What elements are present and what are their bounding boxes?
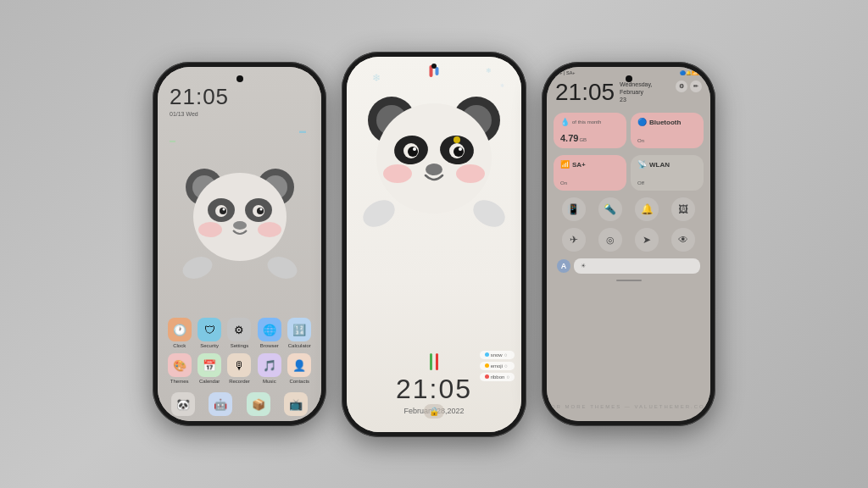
security-label: Security bbox=[200, 343, 219, 348]
svg-point-28 bbox=[453, 147, 464, 157]
app-security[interactable]: 🛡 Security bbox=[195, 318, 224, 348]
center-tags: snow ○ emoji ○ ribbon ○ bbox=[480, 351, 515, 381]
camera-left bbox=[236, 75, 243, 82]
snow-dot bbox=[485, 352, 489, 357]
tile-bt-label: Bluetooth bbox=[649, 119, 681, 126]
app-recorder[interactable]: 🎙 Recorder bbox=[225, 353, 253, 384]
svg-point-33 bbox=[456, 164, 485, 183]
left-status-icons: ▪▪▪▪ bbox=[309, 70, 314, 75]
tile-bt-status: On bbox=[637, 138, 697, 143]
panda-svg-center bbox=[362, 74, 506, 243]
tile-wlan-status: Off bbox=[637, 180, 697, 186]
tile-sa-label: SA+ bbox=[572, 161, 586, 169]
bell-btn[interactable]: 🔔 bbox=[635, 197, 659, 221]
tile-data-header: 💧 of this month bbox=[560, 118, 620, 126]
panda-svg-left bbox=[181, 149, 299, 285]
svg-point-22 bbox=[376, 103, 492, 214]
svg-point-13 bbox=[233, 221, 247, 230]
right-carrier: SA+ | SA+ bbox=[554, 70, 576, 75]
tile-data[interactable]: 💧 of this month 4.79 GB bbox=[554, 113, 626, 148]
tag-emoji-toggle: ○ bbox=[504, 363, 508, 369]
text-input-field[interactable]: ☀ bbox=[574, 258, 700, 274]
dock-icon-4[interactable]: 📺 bbox=[284, 392, 308, 416]
calendar-label: Calendar bbox=[199, 379, 220, 384]
emoji-dot bbox=[485, 363, 489, 368]
lock-button[interactable]: 🔒 bbox=[424, 404, 444, 419]
dock-icon-3[interactable]: 📦 bbox=[247, 392, 270, 416]
clock-label: Clock bbox=[173, 343, 186, 348]
svg-point-17 bbox=[264, 252, 298, 282]
center-screen: ❄ ❄ ❄ bbox=[347, 57, 521, 432]
tile-sa-header: 📶 SA+ bbox=[560, 160, 620, 169]
camera-right bbox=[626, 75, 632, 82]
vibrate-btn[interactable]: 📳 bbox=[562, 197, 586, 221]
svg-point-12 bbox=[259, 208, 262, 210]
svg-point-15 bbox=[258, 222, 281, 237]
left-screen: ▪▪▪▪ 21:05 01/13 Wed ▬ ▬ bbox=[158, 67, 321, 421]
settings-small-icon[interactable]: ⚙ bbox=[676, 80, 687, 92]
svg-point-11 bbox=[222, 208, 225, 210]
svg-point-35 bbox=[469, 194, 506, 231]
themes-label: Themes bbox=[170, 379, 189, 384]
contacts-label: Contacts bbox=[289, 379, 309, 384]
app-row-2: 🎨 Themes 📅 Calendar 🎙 Recorder 🎵 Music bbox=[164, 353, 314, 384]
recorder-label: Recorder bbox=[229, 379, 250, 384]
right-date-line1: Wednesday, February bbox=[620, 80, 670, 96]
camera-center bbox=[431, 64, 437, 69]
calculator-label: Calculator bbox=[288, 343, 311, 348]
tiles-row-1: 💧 of this month 4.79 GB 🔵 Bluetooth On bbox=[547, 109, 710, 152]
browser-label: Browser bbox=[260, 343, 279, 348]
signal-icon: 📶 bbox=[560, 160, 570, 169]
svg-point-34 bbox=[362, 194, 399, 231]
tile-wlan-label: WLAN bbox=[649, 161, 670, 169]
tile-bluetooth[interactable]: 🔵 Bluetooth On bbox=[631, 113, 704, 148]
app-calculator[interactable]: 🔢 Calculator bbox=[285, 318, 314, 348]
location-btn[interactable]: ➤ bbox=[635, 228, 659, 252]
app-settings[interactable]: ⚙ Settings bbox=[225, 318, 253, 348]
tile-data-unit: GB bbox=[579, 137, 587, 142]
tag-ribbon-label: ribbon bbox=[491, 374, 505, 380]
svg-point-27 bbox=[408, 147, 418, 157]
airplane-btn[interactable]: ✈ bbox=[562, 228, 586, 252]
left-time: 21:05 bbox=[170, 84, 309, 110]
wifi-icon: 📡 bbox=[637, 160, 647, 169]
settings-icon: ⚙ bbox=[227, 318, 251, 341]
focus-btn[interactable]: ◎ bbox=[598, 228, 622, 252]
deco-leaf2: ▬ bbox=[170, 137, 175, 143]
right-time: 21:05 bbox=[555, 80, 615, 104]
red-bar bbox=[436, 353, 438, 370]
panda-left-illustration: ▬ ▬ bbox=[158, 120, 321, 313]
panda-center-illustration bbox=[362, 74, 506, 243]
tile-sa-status: On bbox=[560, 180, 620, 186]
phone-right: SA+ | SA+ 🔵🔔📶📶 21:05 Wednesday, February… bbox=[542, 62, 715, 426]
clock-icon: 🕐 bbox=[168, 318, 192, 341]
tiles-row-2: 📶 SA+ On 📡 WLAN Off bbox=[547, 152, 710, 194]
color-bars bbox=[430, 353, 438, 370]
svg-point-14 bbox=[198, 222, 222, 237]
app-themes[interactable]: 🎨 Themes bbox=[165, 353, 194, 384]
flashlight-btn[interactable]: 🔦 bbox=[598, 197, 622, 221]
tile-bt-header: 🔵 Bluetooth bbox=[637, 118, 697, 126]
eye-btn[interactable]: 👁 bbox=[671, 228, 695, 252]
app-clock[interactable]: 🕐 Clock bbox=[165, 318, 194, 348]
dock-icon-2[interactable]: 🤖 bbox=[209, 392, 232, 416]
tile-sa[interactable]: 📶 SA+ On bbox=[554, 155, 626, 191]
app-contacts[interactable]: 👤 Contacts bbox=[285, 353, 314, 384]
watermark: FOR MORE THEMES — VALUETHEMER.COM bbox=[547, 404, 710, 409]
center-time: 21:05 bbox=[396, 374, 472, 405]
app-music[interactable]: 🎵 Music bbox=[255, 353, 284, 384]
edit-small-icon[interactable]: ✏ bbox=[690, 80, 702, 92]
settings-label: Settings bbox=[231, 343, 249, 348]
app-row-1: 🕐 Clock 🛡 Security ⚙ Settings 🌐 Browser bbox=[164, 318, 314, 348]
app-calendar[interactable]: 📅 Calendar bbox=[195, 353, 224, 384]
right-date-line2: 23 bbox=[620, 96, 670, 103]
tag-emoji-label: emoji bbox=[491, 363, 503, 369]
recorder-icon: 🎙 bbox=[227, 353, 251, 377]
keyboard-hint-bar bbox=[616, 280, 642, 281]
app-browser[interactable]: 🌐 Browser bbox=[255, 318, 284, 348]
tile-wlan[interactable]: 📡 WLAN Off bbox=[631, 155, 704, 191]
dock-icon-1[interactable]: 🐼 bbox=[171, 392, 195, 416]
app-grid: 🕐 Clock 🛡 Security ⚙ Settings 🌐 Browser bbox=[158, 313, 321, 389]
calculator-icon: 🔢 bbox=[287, 318, 311, 341]
screenshot-btn[interactable]: 🖼 bbox=[671, 197, 695, 221]
